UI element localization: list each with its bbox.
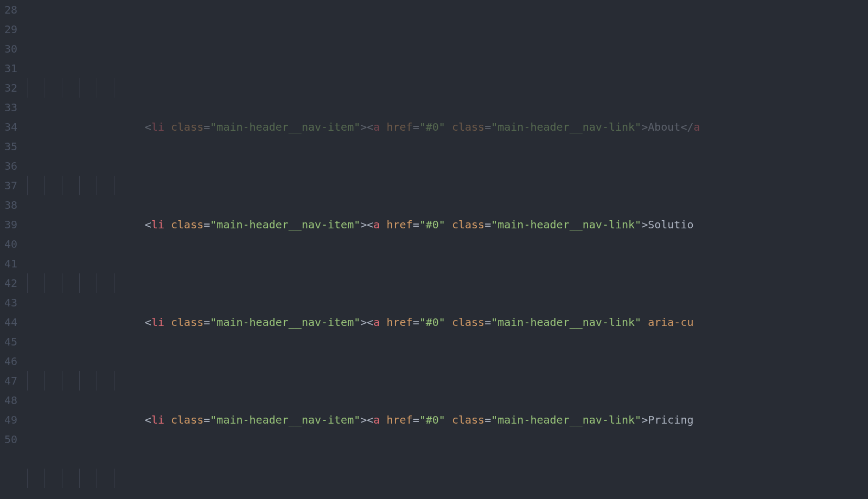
attr-value: #0 [426, 218, 439, 231]
code-line[interactable]: <li class="main-header__nav-item"><a hre… [27, 78, 868, 98]
indent [66, 316, 145, 329]
line-number: 35 [4, 137, 17, 156]
code-editor[interactable]: 2829303132333435363738394041424344454647… [0, 0, 868, 499]
line-number: 39 [4, 215, 17, 234]
line-number: 45 [4, 332, 17, 351]
line-number: 43 [4, 293, 17, 312]
code-line[interactable]: <li class="main-header__nav-item"><a hre… [27, 273, 868, 293]
code-line[interactable]: <li class="main-header__nav-item"><a hre… [27, 469, 868, 488]
line-number: 42 [4, 273, 17, 293]
line-number: 28 [4, 0, 17, 20]
indent [66, 120, 145, 133]
line-number: 30 [4, 39, 17, 59]
line-number: 47 [4, 371, 17, 391]
attr-value: #0 [426, 413, 439, 426]
attr-value: main-header__nav-item [216, 218, 354, 231]
attr-value: main-header__nav-item [216, 316, 354, 329]
attr-value: main-header__nav-link [497, 413, 635, 426]
attr-value: main-header__nav-item [216, 120, 354, 133]
line-number: 46 [4, 351, 17, 371]
line-number: 49 [4, 410, 17, 430]
indent [66, 413, 145, 426]
indent [66, 218, 145, 231]
attr-value: main-header__nav-link [497, 120, 635, 133]
attr-value: main-header__nav-link [497, 218, 635, 231]
line-number: 37 [4, 176, 17, 195]
line-number: 31 [4, 59, 17, 78]
line-number: 44 [4, 312, 17, 332]
line-number: 36 [4, 156, 17, 176]
code-line[interactable]: <li class="main-header__nav-item"><a hre… [27, 176, 868, 195]
attr-name: aria-cu [648, 316, 693, 329]
text-node: About [648, 120, 680, 133]
line-number: 38 [4, 195, 17, 215]
line-number: 41 [4, 254, 17, 273]
attr-value: main-header__nav-link [497, 316, 635, 329]
attr-value: #0 [426, 316, 439, 329]
line-number: 50 [4, 430, 17, 449]
attr-value: main-header__nav-item [216, 413, 354, 426]
line-number: 48 [4, 391, 17, 410]
line-number: 34 [4, 117, 17, 137]
line-number: 33 [4, 98, 17, 117]
line-number: 40 [4, 234, 17, 254]
attr-value: #0 [426, 120, 439, 133]
code-line[interactable]: <li class="main-header__nav-item"><a hre… [27, 371, 868, 391]
text-node: Pricing [648, 413, 693, 426]
line-number: 29 [4, 20, 17, 39]
code-area[interactable]: <li class="main-header__nav-item"><a hre… [27, 0, 868, 499]
line-number: 32 [4, 78, 17, 98]
text-node: Solutio [648, 218, 693, 231]
line-number-gutter: 2829303132333435363738394041424344454647… [0, 0, 27, 499]
